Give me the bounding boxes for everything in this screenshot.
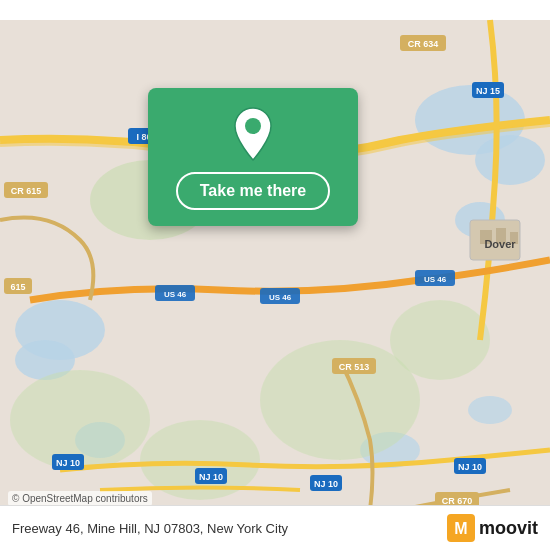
map-background: CR 634 I 80 Morris Canal NJ 15 CR 615 61… xyxy=(0,0,550,550)
moovit-logo-text: moovit xyxy=(479,518,538,539)
svg-point-13 xyxy=(390,300,490,380)
svg-text:CR 513: CR 513 xyxy=(339,362,370,372)
svg-text:CR 615: CR 615 xyxy=(11,186,42,196)
svg-text:NJ 15: NJ 15 xyxy=(476,86,500,96)
svg-text:NJ 10: NJ 10 xyxy=(458,462,482,472)
bottom-bar: Freeway 46, Mine Hill, NJ 07803, New Yor… xyxy=(0,505,550,550)
svg-text:Dover: Dover xyxy=(484,238,516,250)
moovit-logo-icon: M xyxy=(447,514,475,542)
svg-text:US 46: US 46 xyxy=(269,293,292,302)
moovit-logo: M moovit xyxy=(447,514,538,542)
svg-text:US 46: US 46 xyxy=(424,275,447,284)
svg-text:NJ 10: NJ 10 xyxy=(314,479,338,489)
take-me-there-button[interactable]: Take me there xyxy=(176,172,330,210)
svg-point-8 xyxy=(468,396,512,424)
location-card: Take me there xyxy=(148,88,358,226)
svg-point-48 xyxy=(245,118,261,134)
map-container: CR 634 I 80 Morris Canal NJ 15 CR 615 61… xyxy=(0,0,550,550)
svg-text:CR 634: CR 634 xyxy=(408,39,439,49)
svg-text:615: 615 xyxy=(10,282,25,292)
svg-text:NJ 10: NJ 10 xyxy=(56,458,80,468)
svg-text:US 46: US 46 xyxy=(164,290,187,299)
svg-text:NJ 10: NJ 10 xyxy=(199,472,223,482)
svg-point-5 xyxy=(475,135,545,185)
svg-text:M: M xyxy=(454,520,467,537)
copyright-text: © OpenStreetMap contributors xyxy=(8,491,152,506)
location-pin-icon xyxy=(231,106,275,162)
address-text: Freeway 46, Mine Hill, NJ 07803, New Yor… xyxy=(12,521,288,536)
